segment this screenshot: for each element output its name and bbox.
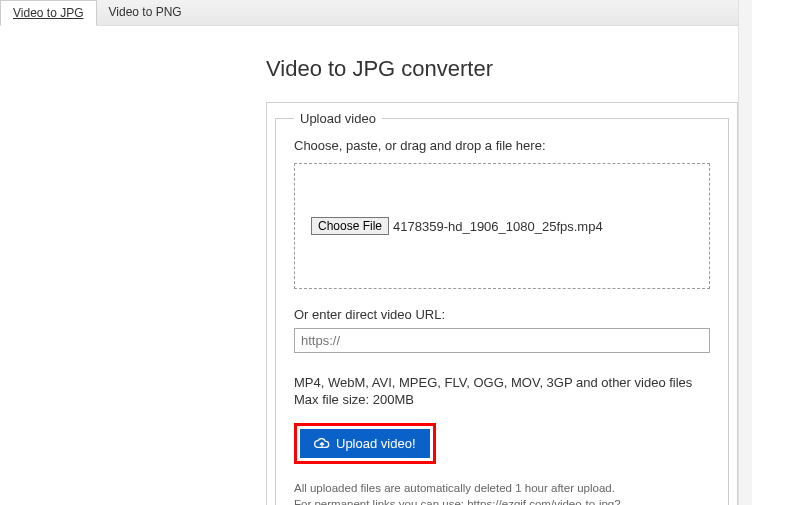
upload-note: All uploaded files are automatically del… — [294, 480, 710, 505]
upload-panel: Upload video Choose, paste, or drag and … — [266, 102, 738, 505]
upload-video-button[interactable]: Upload video! — [300, 429, 430, 458]
max-size-text: Max file size: 200MB — [294, 392, 710, 407]
selected-filename: 4178359-hd_1906_1080_25fps.mp4 — [393, 219, 603, 234]
tab-video-to-png[interactable]: Video to PNG — [97, 0, 194, 25]
choose-file-button[interactable]: Choose File — [311, 217, 389, 235]
tab-bar: Video to JPG Video to PNG — [0, 0, 738, 26]
note-line1: All uploaded files are automatically del… — [294, 482, 615, 494]
fieldset-legend: Upload video — [294, 111, 382, 126]
right-margin — [738, 0, 752, 505]
url-input[interactable] — [294, 328, 710, 353]
choose-instruction: Choose, paste, or drag and drop a file h… — [294, 138, 710, 153]
file-dropzone[interactable]: Choose File 4178359-hd_1906_1080_25fps.m… — [294, 163, 710, 289]
formats-text: MP4, WebM, AVI, MPEG, FLV, OGG, MOV, 3GP… — [294, 375, 710, 390]
upload-button-highlight: Upload video! — [294, 423, 436, 464]
url-label: Or enter direct video URL: — [294, 307, 710, 322]
note-line2-prefix: For permanent links you can use: https:/… — [294, 498, 621, 505]
page-title: Video to JPG converter — [266, 56, 738, 82]
tab-video-to-jpg[interactable]: Video to JPG — [0, 0, 97, 26]
upload-button-label: Upload video! — [336, 436, 416, 451]
cloud-upload-icon — [314, 438, 330, 450]
upload-fieldset: Upload video Choose, paste, or drag and … — [275, 111, 729, 505]
